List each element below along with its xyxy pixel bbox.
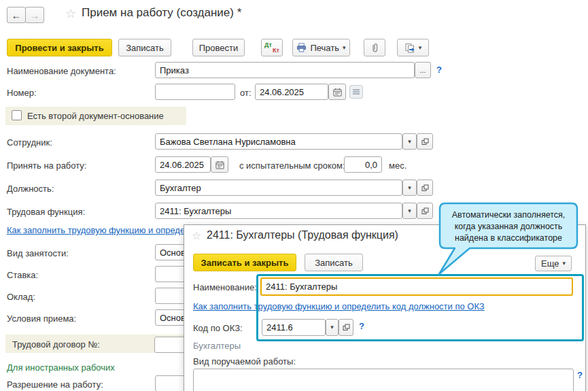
forward-icon: → [30, 10, 40, 21]
salary-label: Оклад: [7, 292, 35, 302]
app-window: ← → ☆ Прием на работу (создание) * Прове… [0, 0, 588, 391]
okz-code-field[interactable] [262, 319, 326, 336]
probation-label: с испытательным сроком: [239, 160, 345, 171]
number-label: Номер: [7, 88, 37, 98]
position-dropdown-button[interactable]: ▾ [402, 180, 417, 196]
open-icon [421, 138, 429, 146]
dialog-save-close-button[interactable]: Записать и закрыть [193, 254, 296, 271]
ellipsis-icon: ... [419, 66, 426, 74]
okz-code-label: Код по ОКЗ: [193, 323, 243, 333]
dialog-title: 2411: Бухгалтеры (Трудовая функция) [207, 229, 398, 241]
employee-open-button[interactable] [417, 133, 433, 150]
dtkt-icon: Дт Кт [262, 39, 282, 56]
dropdown-icon: ▾ [343, 45, 346, 51]
probation-unit-label: мес. [389, 160, 407, 171]
employment-type-label: Вид занятости: [7, 248, 69, 258]
attachments-button[interactable] [364, 39, 385, 56]
forward-button[interactable]: → [25, 7, 44, 23]
dialog-name-label: Наименование: [193, 282, 257, 292]
print-label: Печать [310, 43, 339, 53]
okz-open-button[interactable] [339, 319, 353, 336]
hire-date-label: Принять на работу: [7, 160, 86, 171]
second-doc-label: Есть второй документ-основание [27, 111, 164, 121]
post-and-close-button[interactable]: Провести и закрыть [7, 39, 112, 56]
help-icon[interactable]: ? [436, 65, 442, 75]
back-icon: ← [12, 10, 22, 21]
dialog-how-to-fill-link[interactable]: Как заполнить трудовую функцию и определ… [193, 301, 485, 311]
save-button[interactable]: Записать [118, 39, 171, 56]
rate-label: Ставка: [7, 270, 38, 280]
copy-icon [404, 43, 415, 53]
labor-function-label: Трудовая функция: [7, 207, 85, 217]
chevron-down-icon: ▾ [330, 324, 334, 330]
post-button[interactable]: Провести [192, 39, 245, 56]
paperclip-icon [370, 42, 379, 53]
help-icon[interactable]: ? [577, 370, 583, 380]
number-field[interactable] [155, 84, 235, 100]
favorite-star-icon[interactable]: ☆ [65, 6, 76, 21]
dialog-name-field[interactable] [260, 277, 573, 296]
tooltip-text: Автоматически заполняется, когда указанн… [443, 209, 574, 244]
help-icon[interactable]: ? [359, 321, 364, 331]
chevron-down-icon: ▾ [408, 185, 411, 191]
printer-icon [296, 43, 307, 52]
dropdown-icon: ▾ [419, 45, 422, 51]
classifier-description: Бухгалтеры [193, 341, 241, 351]
dtkt-button[interactable]: Дт Кт [261, 39, 283, 56]
hire-date-calendar-button[interactable] [211, 156, 228, 173]
doc-register-button[interactable] [349, 85, 363, 99]
open-icon [421, 184, 429, 192]
position-open-button[interactable] [417, 180, 433, 196]
list-icon [352, 88, 360, 95]
second-doc-checkbox[interactable] [12, 110, 22, 120]
back-button[interactable]: ← [7, 7, 26, 23]
chevron-down-icon: ▾ [408, 139, 411, 145]
open-icon [421, 207, 429, 215]
doc-date-calendar-button[interactable] [328, 84, 346, 100]
probation-field[interactable] [344, 156, 382, 173]
hire-date-field[interactable] [155, 156, 211, 173]
chevron-down-icon: ▾ [408, 208, 411, 214]
employee-dropdown-button[interactable]: ▾ [402, 133, 417, 150]
contract-label: Трудовой договор №: [12, 339, 100, 350]
work-permit-label: Разрешение на работу: [7, 379, 103, 390]
page-title: Прием на работу (создание) * [82, 6, 241, 20]
work-kind-label: Вид поручаемой работы: [193, 356, 296, 367]
date-from-label: от: [240, 88, 252, 98]
doc-name-label: Наименование документа: [7, 66, 116, 76]
print-button[interactable]: Печать ▾ [292, 39, 350, 56]
labor-function-dropdown-button[interactable]: ▾ [402, 203, 417, 219]
create-based-on-button[interactable]: ▾ [397, 39, 429, 56]
work-kind-textarea[interactable] [193, 369, 574, 391]
position-label: Должность: [7, 184, 54, 194]
employee-field[interactable] [155, 133, 402, 150]
doc-name-field[interactable] [155, 62, 415, 78]
dialog-save-button[interactable]: Записать [305, 254, 363, 271]
labor-function-open-button[interactable] [417, 203, 433, 219]
calendar-icon [333, 88, 342, 97]
doc-name-more-button[interactable]: ... [415, 62, 431, 78]
labor-function-field[interactable] [155, 203, 402, 219]
okz-dropdown-button[interactable]: ▾ [326, 319, 339, 336]
doc-date-field[interactable] [255, 84, 328, 100]
employee-label: Сотрудник: [7, 137, 52, 148]
terms-label: Условия приема: [7, 313, 76, 324]
foreign-section-label: Для иностранных рабочих [7, 362, 115, 373]
calendar-icon [215, 160, 224, 169]
position-field[interactable] [155, 180, 402, 196]
autofill-tooltip: Автоматически заполняется, когда указанн… [437, 201, 583, 277]
open-icon [343, 324, 350, 331]
favorite-star-icon[interactable]: ☆ [192, 229, 201, 242]
